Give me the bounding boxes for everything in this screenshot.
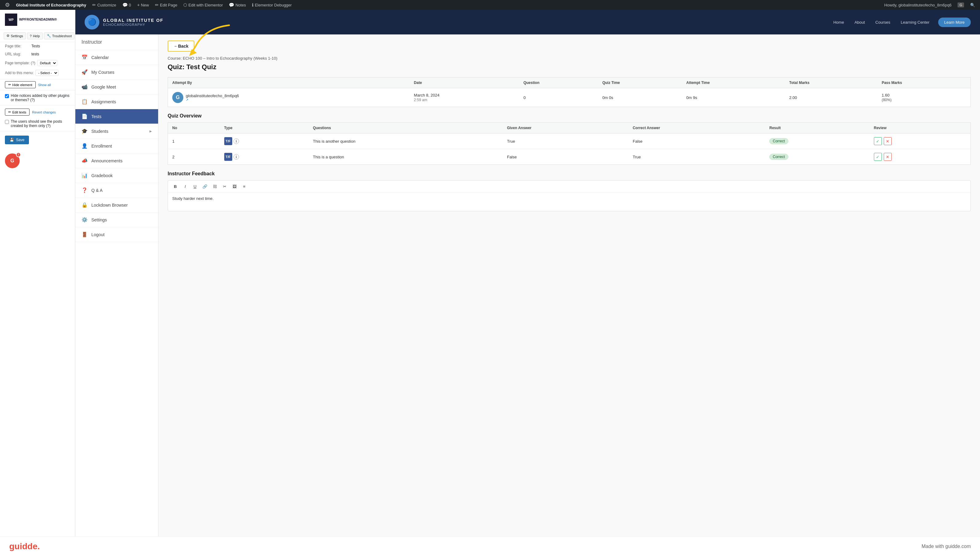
nav-about[interactable]: About [850, 18, 869, 27]
sidebar-item-my-courses[interactable]: 🚀 My Courses [75, 65, 158, 80]
site-logo-area: 🔵 GLOBAL INSTITUTE OF ECHOCARDIOGRAPHY [84, 15, 163, 29]
sidebar-item-lockdown-browser[interactable]: 🔒 Lockdown Browser [75, 198, 158, 212]
info-icon[interactable]: ℹ [233, 138, 239, 144]
sidebar-item-enrollment[interactable]: 👤 Enrollment [75, 139, 158, 154]
admin-bar-debugger[interactable]: ℹ Elementor Debugger [249, 0, 294, 10]
cross-icon[interactable]: ✕ [884, 137, 892, 145]
sidebar-item-gradebook[interactable]: 📊 Gradebook [75, 168, 158, 183]
avatar: G 7 [5, 154, 20, 168]
guidde-logo: guidde. [9, 541, 40, 551]
overview-col-type: Type [220, 123, 309, 134]
course-sidebar-items: 📅 Calendar 🚀 My Courses 📹 Google Meet 📋 … [75, 50, 158, 242]
show-all-button[interactable]: Show all [38, 83, 51, 87]
add-to-menu-select[interactable]: - Select - [36, 70, 58, 76]
cut-button[interactable]: ✂ [220, 183, 229, 190]
nav-learning-center[interactable]: Learning Center [896, 18, 933, 27]
overview-correct-answer-cell: True [628, 149, 765, 165]
admin-bar-new[interactable]: + New [135, 0, 151, 10]
sidebar-item-logout[interactable]: 🚪 Logout [75, 227, 158, 242]
unlink-button[interactable]: ⛓ [210, 183, 219, 190]
sidebar-icon: 📊 [81, 173, 88, 178]
sidebar-item-assignments[interactable]: 📋 Assignments [75, 94, 158, 109]
overview-no-cell: 2 [168, 149, 220, 165]
info-icon[interactable]: ℹ [233, 154, 239, 160]
feedback-content[interactable]: Study harder next time. [168, 192, 970, 211]
sidebar-item-label: Q & A [91, 188, 152, 193]
underline-button[interactable]: U [191, 183, 199, 190]
attempts-body: G globalinstituteofecho_8m6pq6 ↗ March 8… [168, 88, 971, 107]
table-row: 1 T/F ℹ This is another question True Fa… [168, 134, 971, 149]
sidebar-icon: 📋 [81, 99, 88, 105]
help-button[interactable]: ? Help [27, 32, 43, 39]
link-button[interactable]: 🔗 [201, 183, 209, 190]
users-posts-checkbox[interactable] [5, 120, 9, 124]
sidebar-icon: ❓ [81, 187, 88, 193]
admin-bar-site-name[interactable]: Global Institute of Echocardiography [13, 0, 89, 10]
overview-type-cell: T/F ℹ [220, 134, 309, 149]
admin-bar-customize[interactable]: ✏ Customize [90, 0, 118, 10]
settings-button[interactable]: ⚙ Settings [4, 32, 26, 39]
admin-bar-avatar[interactable]: G [955, 0, 967, 10]
italic-button[interactable]: I [181, 183, 189, 190]
nav-home[interactable]: Home [829, 18, 848, 27]
admin-bar-notes[interactable]: 💬 Notes [226, 0, 248, 10]
back-button[interactable]: ←Back [168, 40, 194, 52]
edit-texts-button[interactable]: ✏ Edit texts [5, 108, 29, 116]
sidebar-icon: 📄 [81, 113, 88, 119]
wp-admin-bar: ⚙ Global Institute of Echocardiography ✏… [0, 0, 980, 10]
sidebar-item-label: Announcements [91, 158, 152, 163]
save-icon: 💾 [10, 138, 14, 142]
attempt-total-marks-cell: 2.00 [785, 88, 878, 107]
sidebar-item-q-&-a[interactable]: ❓ Q & A [75, 183, 158, 198]
result-badge: Correct [769, 138, 788, 144]
image-button[interactable]: 🖼 [230, 183, 239, 190]
sidebar-item-calendar[interactable]: 📅 Calendar [75, 50, 158, 65]
overview-result-cell: Correct [765, 149, 869, 165]
sidebar-item-students[interactable]: 🎓 Students ▶ [75, 124, 158, 139]
course-sidebar: Instructor 📅 Calendar 🚀 My Courses 📹 Goo… [75, 34, 158, 556]
troubleshoot-button[interactable]: 🔧 Troubleshoot [44, 32, 75, 39]
save-button[interactable]: 💾 Save [5, 136, 29, 144]
learn-more-button[interactable]: Learn More [938, 18, 971, 27]
course-sidebar-header: Instructor [75, 34, 158, 50]
sidebar-item-label: Settings [91, 217, 152, 222]
attempts-col-question: Question [519, 78, 598, 88]
list-button[interactable]: ≡ [240, 183, 249, 190]
sidebar-item-label: Google Meet [91, 84, 152, 89]
nav-courses[interactable]: Courses [871, 18, 894, 27]
check-icon[interactable]: ✓ [874, 153, 882, 161]
admin-bar-edit-page[interactable]: ✏ Edit Page [152, 0, 180, 10]
sidebar-icon: 🎓 [81, 128, 88, 134]
admin-bar-wp-logo[interactable]: ⚙ [2, 0, 12, 10]
admin-bar-search[interactable]: 🔍 [968, 0, 978, 10]
external-link-icon[interactable]: ↗ [186, 98, 239, 102]
result-badge: Correct [769, 154, 788, 160]
sidebar-item-tests[interactable]: 📄 Tests [75, 109, 158, 124]
users-posts-row: The users should see the posts created b… [0, 118, 75, 130]
page-template-select[interactable]: Default [37, 60, 57, 66]
revert-changes-button[interactable]: Revert changes [32, 110, 56, 114]
overview-correct-answer-cell: False [628, 134, 765, 149]
overview-col-result: Result [765, 123, 869, 134]
overview-body: 1 T/F ℹ This is another question True Fa… [168, 134, 971, 165]
edit-texts-row: ✏ Edit texts Revert changes [0, 107, 75, 118]
overview-col-correct-answer: Correct Answer [628, 123, 765, 134]
overview-result-cell: Correct [765, 134, 869, 149]
cross-icon[interactable]: ✕ [884, 153, 892, 161]
admin-bar-comments[interactable]: 💬 0 [120, 0, 134, 10]
hide-element-button[interactable]: ✏ Hide element [5, 81, 36, 88]
main-wrapper: 🔵 GLOBAL INSTITUTE OF ECHOCARDIOGRAPHY H… [75, 10, 980, 556]
overview-no-cell: 1 [168, 134, 220, 149]
hide-notices-checkbox[interactable] [5, 94, 9, 98]
site-tagline: ECHOCARDIOGRAPHY [103, 23, 163, 26]
attempt-attempt-time-cell: 0m 9s [682, 88, 785, 107]
sidebar-item-google-meet[interactable]: 📹 Google Meet [75, 80, 158, 94]
sidebar-item-settings[interactable]: ⚙️ Settings [75, 212, 158, 227]
admin-bar-elementor[interactable]: ⬡ Edit with Elementor [181, 0, 225, 10]
bold-button[interactable]: B [171, 183, 180, 190]
users-posts-label: The users should see the posts created b… [11, 119, 70, 128]
page-title-field: Page title: Tests [0, 42, 75, 50]
check-icon[interactable]: ✓ [874, 137, 882, 145]
sidebar-item-announcements[interactable]: 📣 Announcements [75, 154, 158, 168]
page-title-value: Tests [31, 44, 40, 48]
